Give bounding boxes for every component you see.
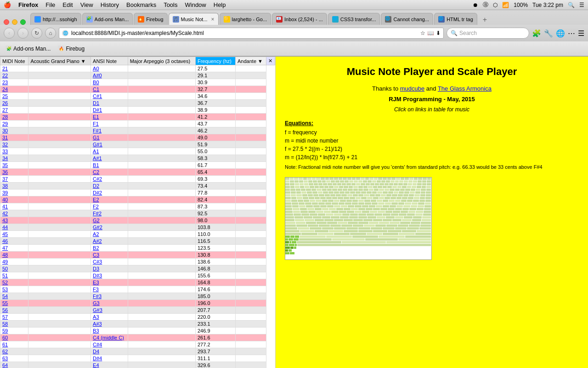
ansi-note-link[interactable]: G2 [93,218,100,223]
ansi-note-link[interactable]: G3 [93,300,100,306]
ansi-note-link[interactable]: B0 [93,80,99,85]
midi-note-link[interactable]: 45 [2,231,8,237]
midi-note-link[interactable]: 25 [2,93,8,99]
url-bar[interactable]: 🌐 localhost:8888/MIDI.js-master/examples… [59,28,444,39]
table-row[interactable]: 34A#158.3 [0,155,275,162]
window-maximize-button[interactable] [20,19,26,25]
midi-note-link[interactable]: 51 [2,273,8,278]
home-button[interactable]: ⌂ [45,28,56,39]
table-row[interactable]: 61C#4277.2 [0,341,275,348]
new-tab-button[interactable]: + [480,15,490,25]
table-row[interactable]: 54F#3185.0 [0,293,275,300]
midi-note-link[interactable]: 40 [2,197,8,202]
midi-note-link[interactable]: 60 [2,335,8,340]
bookmark-firebug[interactable]: 🔥 Firebug [56,45,86,53]
table-row[interactable]: 35B161.7 [0,162,275,169]
bookmark-addons[interactable]: 🧩 Add-ons Man... [4,45,52,53]
table-row[interactable]: 23B030.9 [0,79,275,86]
ansi-note-link[interactable]: E2 [93,197,99,202]
ansi-note-link[interactable]: D#1 [93,107,102,113]
midi-note-link[interactable]: 64 [2,362,8,368]
ansi-note-link[interactable]: E1 [93,114,99,120]
midi-note-link[interactable]: 30 [2,128,8,133]
midi-note-link[interactable]: 50 [2,266,8,271]
table-row[interactable]: 24C132.7 [0,86,275,93]
table-row[interactable]: 46A#2116.5 [0,238,275,245]
midi-note-link[interactable]: 24 [2,86,8,92]
ansi-note-link[interactable]: A3 [93,314,99,320]
midi-note-link[interactable]: 49 [2,259,8,264]
ansi-note-link[interactable]: D3 [93,266,99,271]
ansi-note-link[interactable]: F1 [93,121,99,126]
table-row[interactable]: 51D#3155.6 [0,272,275,279]
ansi-note-link[interactable]: A#2 [93,238,102,244]
ansi-note-link[interactable]: F#1 [93,128,102,133]
ansi-note-link[interactable]: C#3 [93,259,102,264]
extension-icon-2[interactable]: 🔧 [544,29,553,38]
search-icon[interactable]: 🔍 [568,2,575,8]
tab-inbox[interactable]: 📧 Inbox (2,524) - ... [272,13,327,25]
table-container[interactable]: MIDI Note Acoustic Grand Piano ▼ ANSI No… [0,57,276,368]
table-row[interactable]: 55G3196.0 [0,300,275,307]
ansi-note-link[interactable]: C#2 [93,176,102,182]
table-row[interactable]: 42F#292.5 [0,210,275,217]
midi-note-link[interactable]: 57 [2,314,8,320]
extension-icon-3[interactable]: 🌐 [556,29,565,38]
ansi-note-link[interactable]: F#3 [93,293,102,299]
table-row[interactable]: 32G#151.9 [0,141,275,148]
ansi-note-link[interactable]: D#2 [93,190,102,196]
table-row[interactable]: 60C4 (middle C)261.6 [0,334,275,341]
midi-note-link[interactable]: 59 [2,328,8,334]
tab-cannot[interactable]: 🌐 Cannot chang... [381,13,433,25]
list-icon[interactable]: ☰ [579,2,584,8]
table-row[interactable]: 64E4329.6 [0,362,275,368]
tab-html-tr[interactable]: 🌐 HTML tr tag [434,13,477,25]
ansi-note-link[interactable]: C3 [93,252,99,258]
table-row[interactable]: 36C265.4 [0,169,275,176]
extension-icon-1[interactable]: 🧩 [532,29,541,38]
midi-note-link[interactable]: 54 [2,293,8,299]
table-row[interactable]: 50D3146.8 [0,265,275,272]
ansi-note-link[interactable]: B3 [93,328,99,334]
ansi-note-link[interactable]: A#0 [93,73,102,78]
table-row[interactable]: 29F143.7 [0,121,275,127]
table-row[interactable]: 21A027.5 [0,65,275,72]
table-row[interactable]: 49C#3138.6 [0,259,275,265]
col-instrument[interactable]: Acoustic Grand Piano ▼ [28,57,91,65]
ansi-note-link[interactable]: F2 [93,204,99,209]
midi-note-link[interactable]: 42 [2,211,8,216]
mudcube-link[interactable]: mudcube [400,85,424,92]
midi-note-link[interactable]: 31 [2,135,8,140]
ansi-note-link[interactable]: D2 [93,183,99,189]
table-row[interactable]: 58A#3233.1 [0,321,275,328]
glass-armonica-link[interactable]: The Glass Armonica [438,85,492,92]
midi-note-link[interactable]: 28 [2,114,8,120]
midi-note-link[interactable]: 35 [2,162,8,168]
midi-note-link[interactable]: 52 [2,280,8,285]
table-row[interactable]: 25C#134.6 [0,93,275,100]
ansi-note-link[interactable]: G#1 [93,142,102,147]
ansi-note-link[interactable]: G#2 [93,224,102,230]
table-row[interactable]: 52E3164.8 [0,279,275,286]
midi-note-link[interactable]: 29 [2,121,8,126]
menu-window[interactable]: Window [185,1,206,8]
overflow-button[interactable]: ⋯ [568,29,575,38]
midi-note-link[interactable]: 23 [2,80,8,85]
midi-note-link[interactable]: 55 [2,300,8,306]
forward-button[interactable]: › [17,28,28,39]
midi-note-link[interactable]: 37 [2,176,8,182]
tab-ssohigh[interactable]: 🌐 http://...ssohigh [30,13,81,25]
reader-icon[interactable]: 📖 [427,30,434,36]
ansi-note-link[interactable]: F3 [93,287,99,292]
midi-note-link[interactable]: 34 [2,155,8,161]
table-row[interactable]: 22A#029.1 [0,72,275,79]
midi-note-link[interactable]: 36 [2,169,8,175]
midi-note-link[interactable]: 22 [2,73,8,78]
tab-css3[interactable]: 🌐 CSS3 transfor... [328,13,380,25]
midi-note-link[interactable]: 53 [2,287,8,292]
ansi-note-link[interactable]: G#3 [93,307,102,313]
ansi-note-link[interactable]: D#4 [93,356,102,361]
table-row[interactable]: 47B2123.5 [0,245,275,252]
midi-note-link[interactable]: 33 [2,149,8,154]
ansi-note-link[interactable]: C2 [93,169,99,175]
